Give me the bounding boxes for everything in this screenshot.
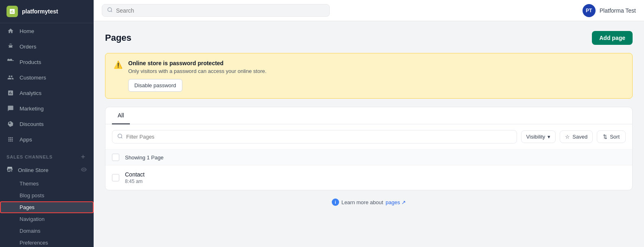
saved-label: Saved xyxy=(572,134,587,140)
sales-channels-section: SALES CHANNELS + xyxy=(0,147,94,163)
sidebar-analytics-label: Analytics xyxy=(20,90,42,96)
sidebar-home-label: Home xyxy=(20,28,34,34)
alert-body: Online store is password protected Only … xyxy=(128,60,624,92)
apps-icon xyxy=(7,135,15,143)
sidebar-item-apps[interactable]: Apps xyxy=(0,132,94,147)
sidebar-sub-pages[interactable]: Pages xyxy=(0,201,94,213)
star-icon: ☆ xyxy=(565,134,570,140)
pages-card: All Visibility ▾ ☆ Saved xyxy=(105,107,633,190)
svg-line-1 xyxy=(111,11,112,12)
sidebar-item-discounts[interactable]: Discounts xyxy=(0,116,94,132)
visibility-toggle-icon[interactable] xyxy=(81,166,87,174)
sidebar-item-online-store[interactable]: Online Store xyxy=(0,163,94,178)
select-all-checkbox[interactable] xyxy=(112,154,119,161)
user-name: Platforma Test xyxy=(600,7,636,14)
main-area: PT Platforma Test Pages Add page ⚠️ Onli… xyxy=(94,0,644,247)
svg-point-2 xyxy=(118,134,122,138)
tab-all[interactable]: All xyxy=(112,107,130,124)
svg-point-0 xyxy=(108,8,112,11)
row-subtitle: 8:45 am xyxy=(125,179,145,184)
sidebar-item-home[interactable]: Home xyxy=(0,23,94,39)
sort-button[interactable]: ⇅ Sort xyxy=(597,130,626,143)
svg-line-3 xyxy=(121,137,123,139)
alert-icon: ⚠️ xyxy=(114,60,123,69)
sidebar-sub-domains[interactable]: Domains xyxy=(0,225,94,237)
sidebar-discounts-label: Discounts xyxy=(20,121,44,127)
avatar: PT xyxy=(583,4,596,17)
info-icon: i xyxy=(332,198,339,206)
row-checkbox[interactable] xyxy=(112,174,119,181)
sidebar-item-products[interactable]: Products xyxy=(0,54,94,70)
external-link-icon: ↗ xyxy=(401,199,406,205)
tabs: All xyxy=(105,107,632,124)
visibility-filter-button[interactable]: Visibility ▾ xyxy=(521,130,556,143)
customers-icon xyxy=(7,73,15,82)
add-page-button[interactable]: Add page xyxy=(592,31,633,45)
filter-search-icon xyxy=(117,133,123,140)
page-header: Pages Add page xyxy=(105,31,633,45)
brand[interactable]: platformytest xyxy=(0,0,94,23)
filter-bar: Visibility ▾ ☆ Saved ⇅ Sort xyxy=(105,124,632,150)
table-header-row: Showing 1 Page xyxy=(105,150,632,165)
filter-input-wrap[interactable] xyxy=(112,130,517,143)
table-row[interactable]: Contact 8:45 am xyxy=(105,165,632,190)
sidebar-item-customers[interactable]: Customers xyxy=(0,70,94,85)
search-bar[interactable] xyxy=(102,4,330,17)
sort-label: Sort xyxy=(610,134,620,140)
sidebar-customers-label: Customers xyxy=(20,75,46,81)
marketing-icon xyxy=(7,104,15,112)
sort-icon: ⇅ xyxy=(603,134,607,140)
sidebar: platformytest Home Orders Products Custo… xyxy=(0,0,94,247)
alert-banner: ⚠️ Online store is password protected On… xyxy=(105,53,633,99)
visibility-chevron-icon: ▾ xyxy=(548,134,550,140)
topbar-right: PT Platforma Test xyxy=(583,4,636,17)
alert-title: Online store is password protected xyxy=(128,60,624,66)
sidebar-orders-label: Orders xyxy=(20,44,36,50)
search-input[interactable] xyxy=(116,7,324,14)
learn-more-text: Learn more about xyxy=(342,199,383,205)
sidebar-apps-label: Apps xyxy=(20,137,32,143)
visibility-filter-label: Visibility xyxy=(526,134,545,140)
search-icon xyxy=(107,7,113,14)
analytics-icon xyxy=(7,89,15,97)
sidebar-marketing-label: Marketing xyxy=(20,106,44,112)
sidebar-item-analytics[interactable]: Analytics xyxy=(0,85,94,101)
sidebar-products-label: Products xyxy=(20,59,41,65)
brand-icon xyxy=(7,6,18,17)
sidebar-sub-navigation[interactable]: Navigation xyxy=(0,213,94,225)
page-title: Pages xyxy=(105,33,131,43)
online-store-icon xyxy=(7,166,13,174)
sidebar-item-orders[interactable]: Orders xyxy=(0,39,94,54)
learn-more: i Learn more about pages ↗ xyxy=(105,190,633,214)
sidebar-item-marketing[interactable]: Marketing xyxy=(0,101,94,116)
row-title: Contact xyxy=(125,171,145,178)
home-icon xyxy=(7,27,15,35)
topbar: PT Platforma Test xyxy=(94,0,644,21)
discounts-icon xyxy=(7,120,15,128)
saved-button[interactable]: ☆ Saved xyxy=(560,130,593,143)
sidebar-sub-blog-posts[interactable]: Blog posts xyxy=(0,190,94,201)
add-channel-button[interactable]: + xyxy=(79,153,87,161)
products-icon xyxy=(7,58,15,66)
online-store-label: Online Store xyxy=(18,167,48,173)
content: Pages Add page ⚠️ Online store is passwo… xyxy=(94,21,644,247)
disable-password-button[interactable]: Disable password xyxy=(128,79,182,92)
sidebar-sub-preferences[interactable]: Preferences xyxy=(0,237,94,247)
row-content: Contact 8:45 am xyxy=(125,171,145,184)
orders-icon xyxy=(7,42,15,51)
sidebar-sub-themes[interactable]: Themes xyxy=(0,178,94,190)
sales-channels-label: SALES CHANNELS xyxy=(7,154,53,159)
alert-subtitle: Only visitors with a password can access… xyxy=(128,68,624,74)
showing-count: Showing 1 Page xyxy=(125,154,164,161)
brand-name: platformytest xyxy=(22,8,58,15)
filter-pages-input[interactable] xyxy=(126,134,512,140)
pages-link[interactable]: pages ↗ xyxy=(386,199,406,205)
